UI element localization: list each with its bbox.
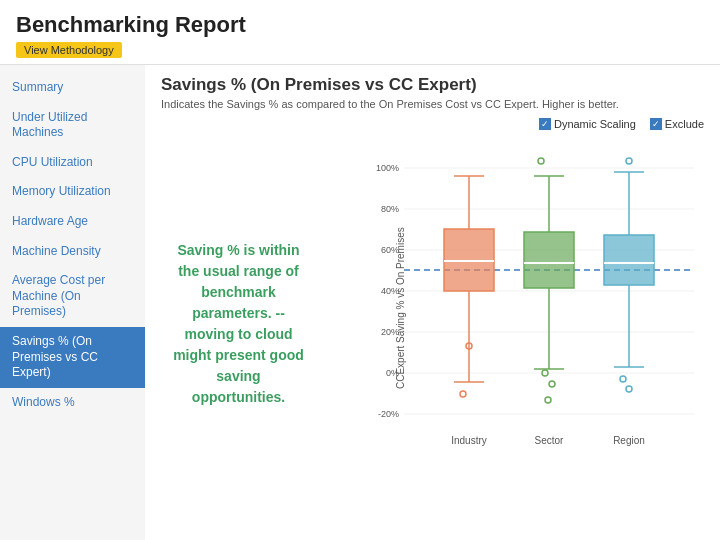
dynamic-scaling-control[interactable]: ✓ Dynamic Scaling <box>539 118 636 130</box>
main-layout: SummaryUnder Utilized MachinesCPU Utiliz… <box>0 65 720 540</box>
svg-point-39 <box>620 376 626 382</box>
annotation-text: Saving % is within the usual range of be… <box>169 240 308 408</box>
sidebar-item-0[interactable]: Summary <box>0 73 145 103</box>
svg-point-41 <box>626 158 632 164</box>
sidebar-item-2[interactable]: CPU Utilization <box>0 148 145 178</box>
dynamic-scaling-label: Dynamic Scaling <box>554 118 636 130</box>
svg-point-40 <box>626 386 632 392</box>
exclude-checkbox[interactable]: ✓ <box>650 118 662 130</box>
svg-point-30 <box>549 381 555 387</box>
svg-text:Sector: Sector <box>535 435 565 446</box>
annotation-box: Saving % is within the usual range of be… <box>161 134 316 514</box>
svg-text:-20%: -20% <box>378 409 399 419</box>
chart-container: Saving % is within the usual range of be… <box>161 134 704 514</box>
page-header: Benchmarking Report View Methodology <box>0 0 720 65</box>
sidebar-item-3[interactable]: Memory Utilization <box>0 177 145 207</box>
svg-text:100%: 100% <box>376 163 399 173</box>
chart-controls: ✓ Dynamic Scaling ✓ Exclude <box>161 118 704 130</box>
sidebar-item-7[interactable]: Savings % (On Premises vs CC Expert) <box>0 327 145 388</box>
sidebar-item-5[interactable]: Machine Density <box>0 237 145 267</box>
svg-text:Region: Region <box>613 435 645 446</box>
svg-point-22 <box>460 391 466 397</box>
svg-point-32 <box>538 158 544 164</box>
exclude-control[interactable]: ✓ Exclude <box>650 118 704 130</box>
chart-wrapper: CCExpert Saving % vs On Premises <box>316 134 704 514</box>
view-methodology-button[interactable]: View Methodology <box>16 42 122 58</box>
svg-text:Industry: Industry <box>451 435 487 446</box>
chart-title: Savings % (On Premises vs CC Expert) <box>161 75 704 95</box>
chart-area: CCExpert Saving % vs On Premises <box>364 134 704 484</box>
sidebar-item-6[interactable]: Average Cost per Machine (On Premises) <box>0 266 145 327</box>
svg-point-31 <box>545 397 551 403</box>
svg-rect-25 <box>524 232 574 288</box>
page-title: Benchmarking Report <box>16 12 704 38</box>
svg-rect-35 <box>604 235 654 285</box>
content-area: Savings % (On Premises vs CC Expert) Ind… <box>145 65 720 540</box>
exclude-label: Exclude <box>665 118 704 130</box>
svg-text:80%: 80% <box>381 204 399 214</box>
sidebar-item-4[interactable]: Hardware Age <box>0 207 145 237</box>
sidebar-item-8[interactable]: Windows % <box>0 388 145 418</box>
chart-subtitle: Indicates the Savings % as compared to t… <box>161 98 704 110</box>
sidebar: SummaryUnder Utilized MachinesCPU Utiliz… <box>0 65 145 540</box>
sidebar-item-1[interactable]: Under Utilized Machines <box>0 103 145 148</box>
chart-svg: 100% 80% 60% 40% 20% 0% -20% <box>364 134 704 484</box>
y-axis-label: CCExpert Saving % vs On Premises <box>395 229 406 389</box>
dynamic-scaling-checkbox[interactable]: ✓ <box>539 118 551 130</box>
